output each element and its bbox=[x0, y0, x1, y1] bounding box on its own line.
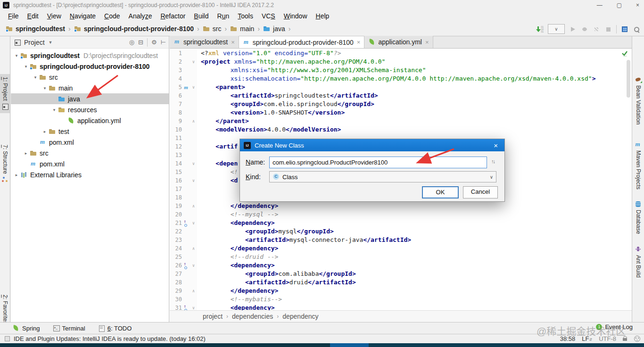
fold-marker-icon[interactable]: ∧ bbox=[190, 244, 197, 253]
kind-select[interactable]: Class ∨ bbox=[269, 171, 496, 182]
tree-item-java[interactable]: java bbox=[11, 93, 169, 104]
menu-analyze[interactable]: Analyze bbox=[124, 11, 157, 21]
project-panel-header[interactable]: Project ▼ ◎ ⊟ ⚙ ⊢ bbox=[11, 36, 169, 49]
breadcrumb-springcloud-product-provider-8100[interactable]: springcloud-product-provider-8100 bbox=[74, 25, 194, 33]
tree-item-pom-xml[interactable]: pom.xml bbox=[11, 158, 169, 169]
fold-marker-icon[interactable]: ∧ bbox=[190, 202, 197, 210]
tab-application-yml[interactable]: application.yml× bbox=[364, 36, 433, 48]
chevron-down-icon[interactable]: ▾ bbox=[13, 53, 20, 58]
dialog-titlebar[interactable]: IJ Create New Class × bbox=[240, 139, 504, 151]
breadcrumb-java[interactable]: java bbox=[263, 25, 285, 33]
name-input[interactable]: com.elio.springcloud.ProductProvider8100 bbox=[269, 157, 487, 168]
scrollbar-thumb[interactable] bbox=[627, 60, 630, 98]
breadcrumb-main[interactable]: main bbox=[230, 25, 254, 33]
tree-item-external-libraries[interactable]: ▸External Libraries bbox=[11, 169, 169, 180]
fold-marker-icon[interactable]: ∨ bbox=[190, 58, 197, 66]
collapse-all-icon[interactable]: ⊟ bbox=[138, 39, 143, 46]
view-grid-icon[interactable] bbox=[621, 25, 628, 33]
tree-item-pom-xml[interactable]: pom.xml bbox=[11, 137, 169, 148]
fold-marker-icon[interactable]: ∧ bbox=[190, 287, 197, 295]
editor-breadcrumb-project[interactable]: project bbox=[203, 313, 223, 320]
debug-icon[interactable] bbox=[581, 25, 588, 33]
menu-run[interactable]: Run bbox=[213, 11, 234, 21]
menu-view[interactable]: View bbox=[43, 11, 66, 21]
menu-edit[interactable]: Edit bbox=[23, 11, 43, 21]
stripe-tab-7-structure[interactable]: 7: Structure bbox=[0, 145, 10, 183]
tree-item-springcloud-product-provider-8100[interactable]: ▾springcloud-product-provider-8100 bbox=[11, 61, 169, 72]
maximize-button[interactable]: ▢ bbox=[617, 2, 622, 8]
ok-button[interactable]: OK bbox=[422, 186, 459, 198]
todo-tool-button[interactable]: 6: TODO bbox=[98, 324, 132, 332]
settings-icon[interactable]: ⚙ bbox=[151, 39, 157, 46]
close-icon[interactable]: × bbox=[491, 141, 501, 149]
status-icon[interactable] bbox=[5, 336, 10, 341]
chevron-down-icon[interactable]: ▾ bbox=[41, 86, 49, 91]
tab-springcloudtest[interactable]: springcloudtest× bbox=[170, 36, 239, 48]
search-everywhere-icon[interactable] bbox=[633, 25, 640, 33]
fold-marker-icon[interactable]: ∨ bbox=[190, 261, 197, 270]
menu-file[interactable]: File bbox=[4, 11, 23, 21]
lock-icon[interactable] bbox=[623, 336, 627, 341]
update-available-icon[interactable]: 01 10 01 bbox=[536, 25, 544, 33]
locate-icon[interactable]: ◎ bbox=[129, 39, 134, 46]
fold-marker-icon[interactable]: ∧ bbox=[190, 117, 197, 125]
tree-item-application-yml[interactable]: application.yml bbox=[11, 115, 169, 126]
stripe-tab-maven-projects[interactable]: Maven Projects bbox=[632, 141, 644, 190]
menu-vcs[interactable]: VCS bbox=[257, 11, 280, 21]
hector-inspector-icon[interactable] bbox=[634, 336, 640, 342]
run-icon[interactable] bbox=[569, 25, 577, 33]
stripe-tab-ant-build[interactable]: Ant Build bbox=[632, 246, 644, 278]
close-icon[interactable]: × bbox=[357, 39, 361, 46]
menu-code[interactable]: Code bbox=[100, 11, 124, 21]
menu-build[interactable]: Build bbox=[190, 11, 213, 21]
menu-navigate[interactable]: Navigate bbox=[66, 11, 100, 21]
tree-item-src[interactable]: ▾src bbox=[11, 72, 169, 83]
chevron-right-icon[interactable]: ▸ bbox=[22, 151, 30, 156]
encoding-indicator[interactable]: UTF-8 bbox=[599, 335, 616, 342]
minimize-button[interactable]: — bbox=[597, 2, 603, 8]
chevron-down-icon[interactable]: ▾ bbox=[50, 107, 58, 112]
close-icon[interactable]: × bbox=[231, 39, 235, 46]
editor-breadcrumb-dependency[interactable]: dependency bbox=[282, 313, 318, 320]
editor-breadcrumb-dependencies[interactable]: dependencies bbox=[232, 313, 273, 320]
tab-springcloud-product-provider-8100[interactable]: springcloud-product-provider-8100× bbox=[239, 36, 365, 48]
spring-tool-button[interactable]: Spring bbox=[12, 324, 40, 332]
fold-marker-icon[interactable]: ∨ bbox=[190, 83, 197, 91]
tree-item-src[interactable]: ▸src bbox=[11, 148, 169, 158]
hide-panel-icon[interactable]: ⊢ bbox=[161, 39, 166, 46]
stripe-tab-bean-validation[interactable]: Bean Validation bbox=[632, 76, 644, 124]
stripe-tab-1-project[interactable]: 1: Project bbox=[0, 74, 10, 113]
menu-tools[interactable]: Tools bbox=[233, 11, 257, 21]
tree-item-resources[interactable]: ▾resources bbox=[11, 104, 169, 115]
close-button[interactable]: × bbox=[636, 2, 639, 8]
chevron-down-icon[interactable]: ▾ bbox=[32, 75, 39, 80]
terminal-tool-button[interactable]: Terminal bbox=[52, 324, 85, 332]
menu-refactor[interactable]: Refactor bbox=[156, 11, 190, 21]
caret-position[interactable]: 38:58 bbox=[560, 335, 576, 342]
cancel-button[interactable]: Cancel bbox=[463, 186, 498, 198]
chevron-right-icon[interactable]: ▸ bbox=[41, 129, 49, 134]
fold-marker-icon[interactable]: ∨ bbox=[190, 219, 197, 227]
chevron-down-icon[interactable]: ▼ bbox=[49, 40, 53, 45]
run-configuration-select[interactable]: ∨ bbox=[548, 24, 565, 34]
tree-item-main[interactable]: ▾main bbox=[11, 83, 169, 93]
tree-item-test[interactable]: ▸test bbox=[11, 126, 169, 137]
menu-help[interactable]: Help bbox=[312, 11, 334, 21]
chevron-right-icon[interactable]: ▸ bbox=[13, 173, 20, 177]
menu-window[interactable]: Window bbox=[280, 11, 312, 21]
chevron-down-icon[interactable]: ▾ bbox=[22, 64, 30, 69]
breadcrumb-springcloudtest[interactable]: springcloudtest bbox=[6, 25, 65, 33]
line-separator-indicator[interactable]: LF⇵ bbox=[582, 335, 592, 342]
fold-marker-icon[interactable]: ∨ bbox=[190, 176, 197, 185]
inspection-ok-icon[interactable] bbox=[621, 50, 628, 57]
history-arrows-icon[interactable]: ↑↓ bbox=[491, 158, 495, 164]
coverage-icon[interactable] bbox=[593, 25, 600, 33]
event-log-button[interactable]: 1 Event Log bbox=[595, 323, 633, 330]
close-icon[interactable]: × bbox=[425, 39, 429, 46]
stripe-tab-database[interactable]: Database bbox=[632, 200, 644, 234]
fold-marker-icon[interactable]: ∨ bbox=[190, 304, 197, 310]
stop-icon[interactable] bbox=[604, 25, 612, 33]
fold-marker-icon[interactable]: ∨ bbox=[190, 159, 197, 168]
breadcrumb-src[interactable]: src bbox=[203, 25, 222, 33]
tree-item-springcloudtest[interactable]: ▾springcloudtestD:\project\springcloudte… bbox=[11, 50, 169, 61]
